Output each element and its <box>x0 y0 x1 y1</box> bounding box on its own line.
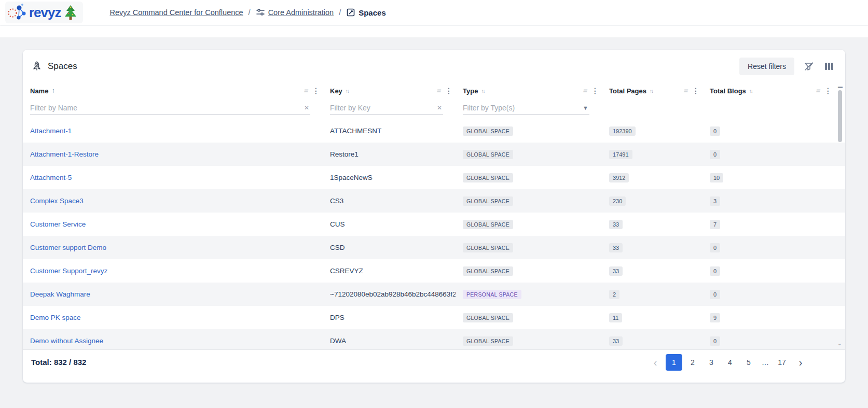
table-row: Demo PK space DPS GLOBAL SPACE 11 9 <box>23 306 845 329</box>
filter-by-type-select[interactable] <box>463 104 582 112</box>
filter-by-key-input[interactable] <box>330 104 436 112</box>
column-menu-icon[interactable]: ⋮ <box>591 87 599 95</box>
column-menu-icon[interactable]: ⋮ <box>445 87 452 95</box>
space-name-link[interactable]: Attachment-1 <box>30 127 72 135</box>
space-key: ~71202080eb02ab928b46b2bc448663f24 <box>323 290 456 298</box>
previous-page-button[interactable]: ‹ <box>647 354 664 371</box>
sort-icon[interactable]: ↑↓ <box>749 88 752 94</box>
total-pages-value: 33 <box>609 220 623 229</box>
breadcrumb-core-administration-link[interactable]: Core Administration <box>268 8 334 17</box>
scrollbar-down-icon: ⌄ <box>837 341 842 346</box>
total-blogs-value: 0 <box>710 290 720 299</box>
space-name-link[interactable]: Attachment-5 <box>30 174 72 181</box>
christmas-tree-icon <box>63 4 78 21</box>
space-name-link[interactable]: Customer support Demo <box>30 244 106 251</box>
column-header-type[interactable]: Type ↑↓ = ⋮ <box>456 87 602 95</box>
column-header-total-pages[interactable]: Total Pages ↑↓ = ⋮ <box>602 87 702 95</box>
page-button-5[interactable]: 5 <box>740 354 757 371</box>
column-menu-icon[interactable]: ⋮ <box>692 87 699 95</box>
table-row: Customer Support_revyz CSREVYZ GLOBAL SP… <box>23 259 845 283</box>
clear-key-filter-icon[interactable]: ✕ <box>436 104 443 111</box>
sort-icon[interactable]: ↑↓ <box>346 88 349 94</box>
spaces-breadcrumb-icon <box>346 8 355 17</box>
page-button-2[interactable]: 2 <box>684 354 701 371</box>
table-filter-row: ✕ ✕ ▼ <box>23 99 845 119</box>
total-pages-value: 17491 <box>609 150 632 159</box>
column-menu-icon[interactable]: ⋮ <box>312 87 320 95</box>
space-name-link[interactable]: Customer Service <box>30 220 86 228</box>
space-type-badge: GLOBAL SPACE <box>463 313 513 322</box>
clear-filter-icon[interactable] <box>803 60 815 73</box>
page-content: Spaces Reset filters <box>0 37 868 383</box>
column-resize-handle[interactable]: = <box>582 87 588 95</box>
scrollbar-thumb[interactable] <box>838 90 842 142</box>
page-button-4[interactable]: 4 <box>722 354 738 371</box>
columns-icon[interactable] <box>823 61 835 72</box>
space-name-link[interactable]: Attachment-1-Restore <box>30 150 99 158</box>
total-blogs-value: 0 <box>710 126 720 136</box>
pagination: ‹ 1 2 3 4 5 … 17 › <box>647 354 809 371</box>
core-administration-icon <box>256 8 265 17</box>
sort-icon[interactable]: ↑↓ <box>481 88 484 94</box>
sort-icon[interactable]: ↑↓ <box>650 88 653 94</box>
total-pages-value: 11 <box>609 313 622 322</box>
scrollbar-top-icon: ▬ <box>838 84 843 89</box>
vertical-scrollbar[interactable]: ▬ ⌄ <box>837 83 843 346</box>
table-row: Complex Space3 CS3 GLOBAL SPACE 230 3 <box>23 189 845 213</box>
rocket-icon <box>31 61 43 72</box>
space-type-badge: GLOBAL SPACE <box>463 150 513 159</box>
sort-asc-icon[interactable]: ↑ <box>51 87 54 94</box>
table-row: Attachment-1-Restore Restore1 GLOBAL SPA… <box>23 143 845 166</box>
column-header-total-blogs[interactable]: Total Blogs ↑↓ = ⋮ <box>702 87 835 95</box>
filter-by-name-input[interactable] <box>30 104 303 112</box>
page-button-3[interactable]: 3 <box>703 354 720 371</box>
column-header-name[interactable]: Name ↑ = ⋮ <box>23 87 323 95</box>
space-name-link[interactable]: Demo PK space <box>30 314 81 321</box>
total-pages-value: 33 <box>609 336 623 346</box>
space-type-badge: GLOBAL SPACE <box>463 243 513 252</box>
table-body: Attachment-1 ATTACHMESNT GLOBAL SPACE 19… <box>23 119 845 349</box>
total-blogs-value: 0 <box>710 336 720 346</box>
total-blogs-value: 7 <box>710 220 720 229</box>
space-key: DPS <box>323 314 456 321</box>
space-name-link[interactable]: Complex Space3 <box>30 197 84 205</box>
column-resize-handle[interactable]: = <box>436 87 442 95</box>
space-name-link[interactable]: Demo without Assignee <box>30 337 103 345</box>
space-name-link[interactable]: Deepak Waghmare <box>30 290 90 298</box>
table-row: Customer Service CUS GLOBAL SPACE 33 7 <box>23 213 845 236</box>
space-key: CSREVYZ <box>323 267 456 275</box>
space-name-link[interactable]: Customer Support_revyz <box>30 267 107 275</box>
space-type-badge: GLOBAL SPACE <box>463 220 513 229</box>
column-resize-handle[interactable]: = <box>815 87 821 95</box>
table-row: Customer support Demo CSD GLOBAL SPACE 3… <box>23 236 845 259</box>
space-type-badge: GLOBAL SPACE <box>463 126 513 136</box>
panel-header: Spaces Reset filters <box>23 50 845 83</box>
reset-filters-button[interactable]: Reset filters <box>739 58 794 75</box>
table-row: Attachment-5 1SpaceNewS GLOBAL SPACE 391… <box>23 166 845 189</box>
table-footer: Total: 832 / 832 ‹ 1 2 3 4 5 … 17 › <box>23 349 845 374</box>
revyz-logo[interactable]: revyz <box>5 2 83 23</box>
column-menu-icon[interactable]: ⋮ <box>824 87 832 95</box>
page-button-1[interactable]: 1 <box>666 354 682 371</box>
next-page-button[interactable]: › <box>792 354 809 371</box>
logo-wordmark: revyz <box>29 5 61 21</box>
breadcrumb-command-center-link[interactable]: Revyz Command Center for Confluence <box>110 8 243 17</box>
column-resize-handle[interactable]: = <box>303 87 309 95</box>
space-type-badge: GLOBAL SPACE <box>463 336 513 346</box>
clear-name-filter-icon[interactable]: ✕ <box>303 104 310 111</box>
type-dropdown-arrow-icon[interactable]: ▼ <box>582 105 589 111</box>
page-button-17[interactable]: 17 <box>774 354 790 371</box>
column-header-key[interactable]: Key ↑↓ = ⋮ <box>323 87 456 95</box>
space-key: CSD <box>323 244 456 251</box>
total-pages-value: 230 <box>609 196 626 206</box>
total-pages-value: 2 <box>609 290 619 299</box>
column-resize-handle[interactable]: = <box>683 87 689 95</box>
space-key: Restore1 <box>323 150 456 158</box>
total-blogs-value: 0 <box>710 266 720 276</box>
revyz-molecule-icon <box>7 3 27 22</box>
total-pages-value: 33 <box>609 243 623 252</box>
total-blogs-value: 10 <box>710 173 723 182</box>
total-pages-value: 33 <box>609 266 623 276</box>
topbar-spacer <box>0 25 868 37</box>
total-count: Total: 832 / 832 <box>31 358 86 367</box>
